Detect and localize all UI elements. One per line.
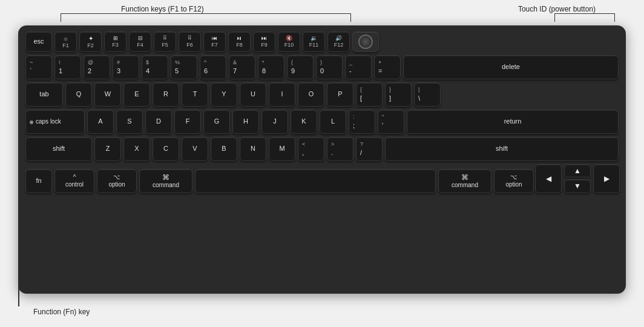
key-f9[interactable]: ⏭F9 xyxy=(253,31,275,52)
key-lbracket[interactable]: {[ xyxy=(356,82,383,107)
key-f3[interactable]: ⊞F3 xyxy=(104,31,126,52)
fn-key-annotation: Function (Fn) key xyxy=(33,308,90,316)
key-5[interactable]: %5 xyxy=(171,55,197,79)
key-f12[interactable]: 🔊F12 xyxy=(327,31,350,52)
key-fn[interactable]: fn xyxy=(25,169,52,193)
arrow-top-row: ◀ ▲ ▼ ▶ xyxy=(536,164,619,193)
key-return[interactable]: return xyxy=(407,110,619,134)
key-esc[interactable]: esc xyxy=(25,31,52,52)
key-comma[interactable]: <, xyxy=(298,137,324,161)
key-k[interactable]: K xyxy=(291,110,317,134)
fn-row: esc ☼F1 ✦F2 ⊞F3 ⊟F4 ⠿F5 ⠿F6 ⏮F7 ⏯F8 ⏭F9 … xyxy=(25,31,619,52)
key-f8[interactable]: ⏯F8 xyxy=(228,31,251,52)
shift-row: shift Z X C V B N M <, >. ?/ shift xyxy=(25,137,619,161)
key-lcommand[interactable]: ⌘ command xyxy=(139,169,192,193)
key-tab[interactable]: tab xyxy=(25,82,63,107)
capslock-led xyxy=(30,121,33,124)
key-f[interactable]: F xyxy=(174,110,201,134)
keyboard: esc ☼F1 ✦F2 ⊞F3 ⊟F4 ⠿F5 ⠿F6 ⏮F7 ⏯F8 ⏭F9 … xyxy=(18,25,626,294)
key-u[interactable]: U xyxy=(240,82,266,107)
key-w[interactable]: W xyxy=(94,82,121,107)
key-e[interactable]: E xyxy=(123,82,150,107)
key-f11[interactable]: 🔉F11 xyxy=(303,31,325,52)
key-8[interactable]: *8 xyxy=(258,55,284,79)
key-c[interactable]: C xyxy=(153,137,179,161)
key-f7[interactable]: ⏮F7 xyxy=(203,31,226,52)
key-f4[interactable]: ⊟F4 xyxy=(129,31,151,52)
key-z[interactable]: Z xyxy=(94,137,121,161)
key-b[interactable]: B xyxy=(211,137,237,161)
key-period[interactable]: >. xyxy=(327,137,353,161)
key-equals[interactable]: += xyxy=(374,55,401,79)
key-d[interactable]: D xyxy=(145,110,172,134)
key-q[interactable]: Q xyxy=(65,82,92,107)
touchid-sensor xyxy=(358,35,373,49)
key-minus[interactable]: _- xyxy=(345,55,372,79)
key-semicolon[interactable]: :; xyxy=(349,110,375,134)
key-f10[interactable]: 🔇F10 xyxy=(278,31,300,52)
key-7[interactable]: &7 xyxy=(229,55,255,79)
arrow-key-cluster: ◀ ▲ ▼ ▶ xyxy=(536,164,619,193)
key-3[interactable]: #3 xyxy=(113,55,139,79)
key-capslock[interactable]: caps lock xyxy=(25,110,85,134)
touchid-label: Touch ID (power button) xyxy=(518,5,596,13)
key-roption[interactable]: ⌥ option xyxy=(494,169,534,193)
key-arrow-left[interactable]: ◀ xyxy=(535,164,562,193)
key-g[interactable]: G xyxy=(203,110,230,134)
function-keys-label: Function keys (F1 to F12) xyxy=(121,5,204,13)
key-rshift[interactable]: shift xyxy=(385,137,619,161)
key-i[interactable]: I xyxy=(269,82,295,107)
key-slash[interactable]: ?/ xyxy=(356,137,383,161)
key-delete[interactable]: delete xyxy=(403,55,619,79)
touchid-bracket xyxy=(554,13,615,22)
number-row: ~` !1 @2 #3 $4 %5 ^6 &7 *8 (9 )0 xyxy=(25,55,619,79)
key-m[interactable]: M xyxy=(269,137,295,161)
tab-row: tab Q W E R T Y U I O P {[ }] |\ xyxy=(25,82,619,107)
key-space[interactable] xyxy=(195,169,436,193)
key-v[interactable]: V xyxy=(182,137,208,161)
key-j[interactable]: J xyxy=(261,110,288,134)
key-lshift[interactable]: shift xyxy=(25,137,92,161)
key-n[interactable]: N xyxy=(240,137,266,161)
caps-row: caps lock A S D F G H J K L :; "' return xyxy=(25,110,619,134)
key-arrow-up[interactable]: ▲ xyxy=(564,164,591,177)
key-rcommand[interactable]: ⌘ command xyxy=(438,169,491,193)
key-arrow-right[interactable]: ▶ xyxy=(593,164,620,193)
key-s[interactable]: S xyxy=(116,110,143,134)
key-6[interactable]: ^6 xyxy=(200,55,226,79)
capslock-label: caps lock xyxy=(36,118,61,125)
key-f1[interactable]: ☼F1 xyxy=(54,31,77,52)
key-control[interactable]: ^ control xyxy=(54,169,94,193)
key-1[interactable]: !1 xyxy=(54,55,81,79)
key-l[interactable]: L xyxy=(320,110,346,134)
key-rbracket[interactable]: }] xyxy=(385,82,412,107)
key-9[interactable]: (9 xyxy=(287,55,314,79)
key-h[interactable]: H xyxy=(232,110,259,134)
bottom-row: fn ^ control ⌥ option ⌘ command ⌘ comman… xyxy=(25,164,619,193)
up-down-arrows: ▲ ▼ xyxy=(564,164,591,193)
function-keys-bracket xyxy=(61,13,351,22)
top-annotations: Function keys (F1 to F12) Touch ID (powe… xyxy=(0,5,644,13)
key-t[interactable]: T xyxy=(182,82,208,107)
key-o[interactable]: O xyxy=(298,82,324,107)
key-touchid[interactable] xyxy=(352,31,379,52)
key-backslash[interactable]: |\ xyxy=(414,82,441,107)
key-f5[interactable]: ⠿F5 xyxy=(154,31,176,52)
key-f6[interactable]: ⠿F6 xyxy=(179,31,201,52)
key-2[interactable]: @2 xyxy=(84,55,110,79)
key-0[interactable]: )0 xyxy=(316,55,343,79)
key-arrow-down[interactable]: ▼ xyxy=(564,179,591,193)
key-f2[interactable]: ✦F2 xyxy=(79,31,102,52)
key-p[interactable]: P xyxy=(327,82,353,107)
key-loption[interactable]: ⌥ option xyxy=(97,169,137,193)
key-quote[interactable]: "' xyxy=(378,110,404,134)
key-r[interactable]: R xyxy=(153,82,179,107)
key-y[interactable]: Y xyxy=(211,82,237,107)
key-a[interactable]: A xyxy=(87,110,114,134)
key-backtick[interactable]: ~` xyxy=(25,55,52,79)
key-4[interactable]: $4 xyxy=(142,55,168,79)
key-x[interactable]: X xyxy=(123,137,150,161)
